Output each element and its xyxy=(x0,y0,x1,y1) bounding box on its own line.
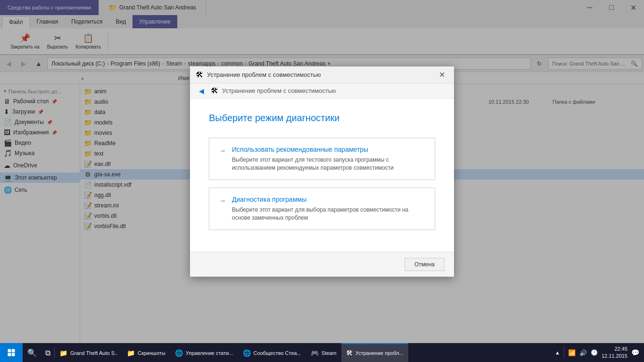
taskbar: 🔍 ⧉ 📁 Grand Theft Auto S... 📁 Скриншоты … xyxy=(0,343,644,362)
tray-up-icon[interactable]: ▲ xyxy=(555,350,560,355)
dialog-close-button[interactable]: ✕ xyxy=(435,68,448,82)
taskbar-screenshots-label: Скриншоты xyxy=(138,350,165,356)
dialog-overlay: 🛠 Устранение проблем с совместимостью ✕ … xyxy=(0,0,644,343)
taskbar-time-value: 22:45 xyxy=(602,346,627,353)
compatibility-dialog: 🛠 Устранение проблем с совместимостью ✕ … xyxy=(190,66,454,276)
start-button[interactable] xyxy=(0,343,23,362)
dialog-back-button[interactable]: ◀ xyxy=(196,85,207,97)
dialog-body: Выберите режим диагностики → Использоват… xyxy=(190,99,454,251)
svg-rect-3 xyxy=(12,353,15,356)
dialog-option-1-content: Использовать рекомендованные параметры В… xyxy=(232,146,425,172)
taskbar-item-screenshots[interactable]: 📁 Скриншоты xyxy=(122,343,170,362)
taskbar-web2-label: Сообщество Стеа... xyxy=(254,350,301,356)
taskbar-compat-label: Устранение пробл... xyxy=(355,350,404,356)
dialog-option-2-title: Диагностика программы xyxy=(232,196,425,203)
taskbar-compat-icon: 🛠 xyxy=(346,349,353,357)
taskbar-web1-icon: 🌐 xyxy=(175,349,183,357)
tray-notifications-icon[interactable]: 💬 xyxy=(631,349,639,356)
task-view-button[interactable]: ⧉ xyxy=(41,343,54,362)
taskbar-tray: ▲ 📶 🔊 🕐 22:45 12.11.2015 💬 xyxy=(550,343,644,362)
taskbar-item-web2[interactable]: 🌐 Сообщество Стеа... xyxy=(238,343,306,362)
main-window: Средства работы с приложениями 📁 Grand T… xyxy=(0,0,644,343)
taskbar-steam-label: Steam xyxy=(322,350,337,356)
dialog-footer: Отмена xyxy=(190,252,454,277)
taskbar-item-compat[interactable]: 🛠 Устранение пробл... xyxy=(341,343,408,362)
taskbar-date-value: 12.11.2015 xyxy=(602,353,627,360)
taskbar-web2-icon: 🌐 xyxy=(243,349,251,357)
dialog-option-diagnose[interactable]: → Диагностика программы Выберите этот ва… xyxy=(209,188,435,230)
taskbar-screenshots-icon: 📁 xyxy=(127,349,135,357)
taskbar-gta-label: Grand Theft Auto S... xyxy=(70,350,117,356)
taskbar-clock[interactable]: 22:45 12.11.2015 xyxy=(602,346,627,360)
svg-rect-0 xyxy=(8,349,11,353)
dialog-option-recommended[interactable]: → Использовать рекомендованные параметры… xyxy=(209,138,435,180)
taskbar-item-web1[interactable]: 🌐 Управление стати... xyxy=(170,343,238,362)
taskbar-web1-label: Управление стати... xyxy=(186,350,233,356)
svg-rect-2 xyxy=(8,353,11,356)
dialog-nav-icon: 🛠 xyxy=(211,87,218,95)
dialog-option-2-desc: Выберите этот вариант для выбора парамет… xyxy=(232,206,425,222)
dialog-heading: Выберите режим диагностики xyxy=(209,113,435,123)
tray-clock-icon: 🕐 xyxy=(591,349,598,356)
taskbar-search-button[interactable]: 🔍 xyxy=(23,343,41,362)
dialog-option-1-desc: Выберите этот вариант для тестового запу… xyxy=(232,156,425,172)
dialog-option-1-title: Использовать рекомендованные параметры xyxy=(232,146,425,153)
dialog-title-text: Устранение проблем с совместимостью xyxy=(207,71,431,78)
dialog-title-icon: 🛠 xyxy=(196,71,203,79)
taskbar-item-steam[interactable]: 🎮 Steam xyxy=(306,343,341,362)
dialog-nav-title: Устранение проблем с совместимостью xyxy=(222,87,336,94)
dialog-cancel-button[interactable]: Отмена xyxy=(405,258,445,271)
taskbar-item-gta[interactable]: 📁 Grand Theft Auto S... xyxy=(55,343,122,362)
tray-divider xyxy=(564,347,564,358)
taskbar-steam-icon: 🎮 xyxy=(311,349,319,357)
svg-rect-1 xyxy=(12,349,15,353)
arrow-icon-1: → xyxy=(219,147,226,155)
task-view-icon: ⧉ xyxy=(45,349,50,357)
dialog-titlebar: 🛠 Устранение проблем с совместимостью ✕ xyxy=(190,66,454,83)
tray-network-icon[interactable]: 📶 xyxy=(568,349,576,356)
taskbar-gta-icon: 📁 xyxy=(59,349,67,357)
tray-volume-icon[interactable]: 🔊 xyxy=(579,349,587,356)
search-taskbar-icon: 🔍 xyxy=(27,348,37,357)
arrow-icon-2: → xyxy=(219,197,226,205)
windows-logo-icon xyxy=(7,348,16,357)
dialog-nav: ◀ 🛠 Устранение проблем с совместимостью xyxy=(190,83,454,99)
dialog-option-2-content: Диагностика программы Выберите этот вари… xyxy=(232,196,425,222)
